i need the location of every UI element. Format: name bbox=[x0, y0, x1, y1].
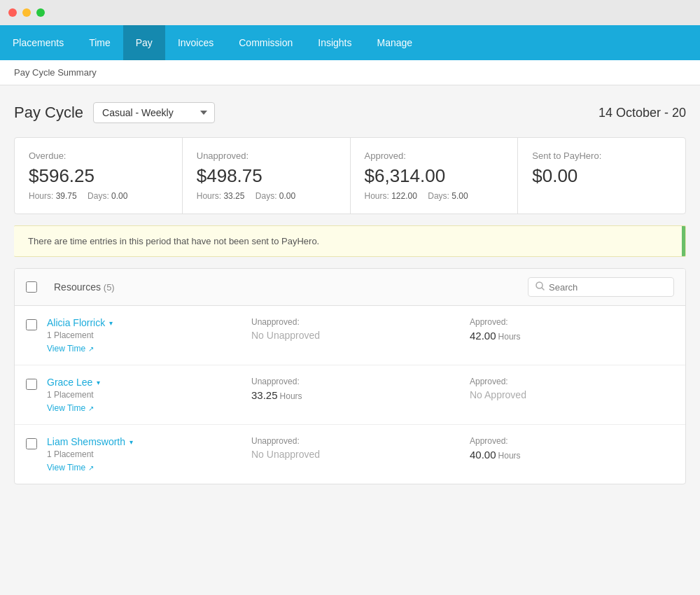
main-content: Pay Cycle Casual - Weekly Permanent - Mo… bbox=[0, 85, 700, 501]
resource-info-liam: Liam Shemsworth ▾ 1 Placement View Time … bbox=[47, 436, 237, 472]
view-time-link-grace[interactable]: View Time ↗ bbox=[47, 403, 237, 413]
resource-row: Grace Lee ▾ 1 Placement View Time ↗ Unap… bbox=[15, 365, 685, 425]
resource-approved-grace: Approved: No Approved bbox=[456, 377, 674, 400]
select-all-checkbox[interactable] bbox=[26, 281, 37, 293]
minimize-dot[interactable] bbox=[22, 8, 31, 17]
approved-col-label-alicia: Approved: bbox=[470, 317, 660, 327]
resources-count: (5) bbox=[104, 282, 115, 293]
approved-col-label-grace: Approved: bbox=[470, 377, 660, 386]
approved-amount: $6,314.00 bbox=[365, 165, 504, 187]
unapproved-col-label-liam: Unapproved: bbox=[251, 436, 442, 446]
unapproved-amount: $498.75 bbox=[197, 165, 336, 187]
unapproved-hours: Hours: 33.25 bbox=[197, 191, 245, 201]
unapproved-label: Unapproved: bbox=[197, 150, 336, 161]
resources-header: Resources (5) bbox=[15, 269, 685, 306]
dropdown-arrow-icon[interactable]: ▾ bbox=[97, 379, 100, 386]
row-checkbox-liam[interactable] bbox=[26, 438, 37, 449]
sent-label: Sent to PayHero: bbox=[532, 150, 671, 161]
resources-title: Resources (5) bbox=[54, 281, 115, 293]
overdue-days: Days: 0.00 bbox=[88, 191, 127, 201]
search-icon bbox=[536, 281, 545, 293]
resource-row: Alicia Florrick ▾ 1 Placement View Time … bbox=[15, 306, 685, 365]
resource-placement-grace: 1 Placement bbox=[47, 390, 237, 400]
dropdown-arrow-icon[interactable]: ▾ bbox=[109, 319, 113, 327]
nav-item-time[interactable]: Time bbox=[76, 25, 123, 60]
row-checkbox-alicia[interactable] bbox=[26, 319, 37, 330]
resources-table: Resources (5) Alicia Florrick ▾ bbox=[14, 268, 686, 484]
close-dot[interactable] bbox=[8, 8, 17, 17]
unapproved-col-label-alicia: Unapproved: bbox=[251, 317, 442, 327]
pay-cycle-select[interactable]: Casual - Weekly Permanent - Monthly bbox=[93, 102, 215, 123]
approved-col-value-alicia: 42.00Hours bbox=[470, 330, 660, 342]
approved-meta: Hours: 122.00 Days: 5.00 bbox=[365, 191, 504, 201]
breadcrumb: Pay Cycle Summary bbox=[0, 60, 700, 85]
summary-cards: Overdue: $596.25 Hours: 39.75 Days: 0.00… bbox=[14, 137, 686, 214]
resource-placement-alicia: 1 Placement bbox=[47, 330, 237, 340]
nav-item-commission[interactable]: Commission bbox=[226, 25, 305, 60]
resource-info-grace: Grace Lee ▾ 1 Placement View Time ↗ bbox=[47, 377, 237, 413]
resource-unapproved-alicia: Unapproved: No Unapproved bbox=[237, 317, 456, 341]
nav-item-invoices[interactable]: Invoices bbox=[165, 25, 226, 60]
nav-item-manage[interactable]: Manage bbox=[365, 25, 426, 60]
approved-col-value-liam: 40.00Hours bbox=[470, 449, 660, 461]
resource-name-liam: Liam Shemsworth ▾ bbox=[47, 436, 237, 447]
svg-line-1 bbox=[542, 288, 544, 290]
resource-link-alicia[interactable]: Alicia Florrick bbox=[47, 317, 105, 328]
resource-info-alicia: Alicia Florrick ▾ 1 Placement View Time … bbox=[47, 317, 237, 354]
resource-unapproved-liam: Unapproved: No Unapproved bbox=[237, 436, 456, 460]
pay-cycle-header: Pay Cycle Casual - Weekly Permanent - Mo… bbox=[14, 102, 686, 123]
pay-cycle-title: Pay Cycle bbox=[14, 104, 83, 122]
summary-card-unapproved: Unapproved: $498.75 Hours: 33.25 Days: 0… bbox=[183, 138, 351, 214]
summary-card-approved: Approved: $6,314.00 Hours: 122.00 Days: … bbox=[351, 138, 519, 214]
summary-card-sent: Sent to PayHero: $0.00 bbox=[518, 138, 685, 214]
external-link-icon: ↗ bbox=[88, 345, 94, 353]
dropdown-arrow-icon[interactable]: ▾ bbox=[130, 438, 133, 446]
resources-header-left: Resources (5) bbox=[26, 281, 528, 293]
unapproved-col-value-alicia: No Unapproved bbox=[251, 330, 442, 341]
resource-approved-alicia: Approved: 42.00Hours bbox=[456, 317, 674, 342]
unapproved-col-value-grace: 33.25Hours bbox=[251, 389, 442, 401]
resource-name-grace: Grace Lee ▾ bbox=[47, 377, 237, 388]
external-link-icon: ↗ bbox=[88, 464, 94, 472]
unapproved-col-value-liam: No Unapproved bbox=[251, 449, 442, 460]
main-nav: Placements Time Pay Invoices Commission … bbox=[0, 25, 700, 60]
view-time-link-liam[interactable]: View Time ↗ bbox=[47, 463, 237, 472]
overdue-amount: $596.25 bbox=[29, 165, 168, 187]
overdue-hours: Hours: 39.75 bbox=[29, 191, 77, 201]
pay-cycle-left: Pay Cycle Casual - Weekly Permanent - Mo… bbox=[14, 102, 215, 123]
approved-hours: Hours: 122.00 bbox=[365, 191, 417, 201]
overdue-label: Overdue: bbox=[29, 150, 168, 161]
warning-message: There are time entries in this period th… bbox=[28, 236, 319, 246]
approved-col-label-liam: Approved: bbox=[470, 436, 660, 446]
resource-approved-liam: Approved: 40.00Hours bbox=[456, 436, 674, 461]
pay-cycle-date: 14 October - 20 bbox=[598, 106, 686, 120]
resource-link-liam[interactable]: Liam Shemsworth bbox=[47, 436, 125, 447]
approved-days: Days: 5.00 bbox=[428, 191, 468, 201]
unapproved-meta: Hours: 33.25 Days: 0.00 bbox=[197, 191, 336, 201]
unapproved-col-label-grace: Unapproved: bbox=[251, 377, 442, 386]
search-input[interactable] bbox=[549, 282, 666, 293]
view-time-link-alicia[interactable]: View Time ↗ bbox=[47, 344, 237, 354]
nav-item-placements[interactable]: Placements bbox=[0, 25, 76, 60]
resource-name-alicia: Alicia Florrick ▾ bbox=[47, 317, 237, 328]
resource-link-grace[interactable]: Grace Lee bbox=[47, 377, 92, 388]
approved-label: Approved: bbox=[365, 150, 504, 161]
unapproved-days: Days: 0.00 bbox=[255, 191, 295, 201]
resource-row: Liam Shemsworth ▾ 1 Placement View Time … bbox=[15, 425, 685, 484]
resource-placement-liam: 1 Placement bbox=[47, 449, 237, 459]
sent-amount: $0.00 bbox=[532, 165, 671, 187]
summary-card-overdue: Overdue: $596.25 Hours: 39.75 Days: 0.00 bbox=[15, 138, 183, 214]
external-link-icon: ↗ bbox=[88, 405, 94, 412]
row-checkbox-grace[interactable] bbox=[26, 379, 37, 390]
maximize-dot[interactable] bbox=[36, 8, 45, 17]
resource-unapproved-grace: Unapproved: 33.25Hours bbox=[237, 377, 456, 401]
titlebar bbox=[0, 0, 700, 25]
search-box bbox=[528, 277, 674, 297]
nav-item-insights[interactable]: Insights bbox=[305, 25, 364, 60]
approved-col-value-grace: No Approved bbox=[470, 389, 660, 400]
overdue-meta: Hours: 39.75 Days: 0.00 bbox=[29, 191, 168, 201]
warning-banner: There are time entries in this period th… bbox=[14, 225, 686, 257]
nav-item-pay[interactable]: Pay bbox=[123, 25, 165, 60]
